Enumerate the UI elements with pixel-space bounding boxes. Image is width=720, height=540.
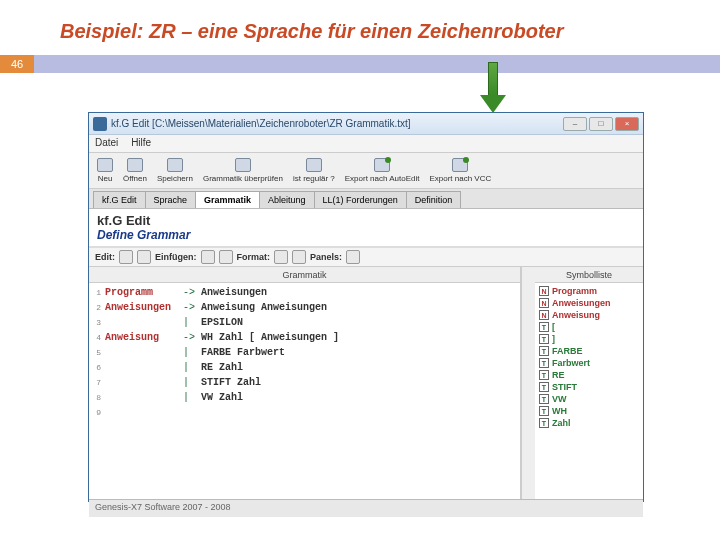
grammar-line[interactable]: 3 | EPSILON: [91, 315, 518, 330]
insert2-icon[interactable]: [219, 250, 233, 264]
tab-sprache[interactable]: Sprache: [145, 191, 197, 208]
symbol-list[interactable]: NProgrammNAnweisungenNAnweisungT[T]TFARB…: [535, 283, 643, 499]
define-label: Define Grammar: [97, 228, 635, 242]
app-window: kf.G Edit [C:\Meissen\Materialien\Zeiche…: [88, 112, 644, 502]
tab-grammatik[interactable]: Grammatik: [195, 191, 260, 208]
tb-neu[interactable]: Neu: [93, 156, 117, 185]
panel-icon[interactable]: [346, 250, 360, 264]
undo-icon[interactable]: [119, 250, 133, 264]
menu-hilfe[interactable]: Hilfe: [131, 137, 151, 148]
insert-icon[interactable]: [201, 250, 215, 264]
export-icon: [374, 158, 390, 172]
maximize-button[interactable]: □: [589, 117, 613, 131]
page-number: 46: [0, 55, 34, 73]
check-icon: [235, 158, 251, 172]
grammar-editor[interactable]: 1Programm -> Anweisungen2Anweisungen -> …: [89, 283, 520, 499]
symbol-panel: Symbolliste NProgrammNAnweisungenNAnweis…: [535, 267, 643, 499]
symbol-item[interactable]: T]: [537, 333, 641, 345]
export-icon: [452, 158, 468, 172]
format2-icon[interactable]: [292, 250, 306, 264]
symbol-item[interactable]: NAnweisungen: [537, 297, 641, 309]
tab-row: kf.G Edit Sprache Grammatik Ableitung LL…: [89, 189, 643, 209]
symbol-item[interactable]: NAnweisung: [537, 309, 641, 321]
grammar-line[interactable]: 6 | RE Zahl: [91, 360, 518, 375]
tb-regular[interactable]: ist regulär ?: [289, 156, 339, 185]
question-icon: [306, 158, 322, 172]
format-label: Format:: [237, 252, 271, 262]
grammar-line[interactable]: 7 | STIFT Zahl: [91, 375, 518, 390]
minimize-button[interactable]: –: [563, 117, 587, 131]
grammar-line[interactable]: 8 | VW Zahl: [91, 390, 518, 405]
app-icon: [93, 117, 107, 131]
symbol-item[interactable]: TFarbwert: [537, 357, 641, 369]
slide-title: Beispiel: ZR – eine Sprache für einen Ze…: [0, 0, 720, 55]
tab-ableitung[interactable]: Ableitung: [259, 191, 315, 208]
symbol-item[interactable]: T[: [537, 321, 641, 333]
brand-label: kf.G Edit: [97, 213, 635, 228]
symbol-item[interactable]: TWH: [537, 405, 641, 417]
symbol-item[interactable]: TZahl: [537, 417, 641, 429]
close-button[interactable]: ×: [615, 117, 639, 131]
tb-oeffnen[interactable]: Öffnen: [119, 156, 151, 185]
symbol-item[interactable]: TVW: [537, 393, 641, 405]
panels-label: Panels:: [310, 252, 342, 262]
symbol-item[interactable]: NProgramm: [537, 285, 641, 297]
subheader: kf.G Edit Define Grammar: [89, 209, 643, 247]
grammar-line[interactable]: 9: [91, 405, 518, 420]
menu-datei[interactable]: Datei: [95, 137, 118, 148]
workarea: Grammatik 1Programm -> Anweisungen2Anwei…: [89, 267, 643, 499]
callout-arrow: [480, 62, 506, 112]
grammar-line[interactable]: 4Anweisung -> WH Zahl [ Anweisungen ]: [91, 330, 518, 345]
page-bar: 46: [0, 55, 720, 73]
grammar-line[interactable]: 1Programm -> Anweisungen: [91, 285, 518, 300]
folder-icon: [127, 158, 143, 172]
symbol-item[interactable]: TFARBE: [537, 345, 641, 357]
edit-label: Edit:: [95, 252, 115, 262]
tab-definition[interactable]: Definition: [406, 191, 462, 208]
tab-ll1[interactable]: LL(1) Forderungen: [314, 191, 407, 208]
scrollbar-vertical[interactable]: [521, 267, 535, 499]
einfuegen-label: Einfügen:: [155, 252, 197, 262]
grammar-header: Grammatik: [89, 267, 520, 283]
disk-icon: [167, 158, 183, 172]
statusbar: Genesis-X7 Software 2007 - 2008: [89, 499, 643, 517]
edit-bar: Edit: Einfügen: Format: Panels:: [89, 247, 643, 267]
grammar-panel: Grammatik 1Programm -> Anweisungen2Anwei…: [89, 267, 521, 499]
tb-speichern[interactable]: Speichern: [153, 156, 197, 185]
tab-kfgedit[interactable]: kf.G Edit: [93, 191, 146, 208]
tb-export-vcc[interactable]: Export nach VCC: [425, 156, 495, 185]
file-icon: [97, 158, 113, 172]
grammar-line[interactable]: 2Anweisungen -> Anweisung Anweisungen: [91, 300, 518, 315]
menubar: Datei Hilfe: [89, 135, 643, 153]
grammar-line[interactable]: 5 | FARBE Farbwert: [91, 345, 518, 360]
symbol-item[interactable]: TRE: [537, 369, 641, 381]
window-title: kf.G Edit [C:\Meissen\Materialien\Zeiche…: [111, 118, 563, 129]
toolbar: Neu Öffnen Speichern Grammatik überprüfe…: [89, 153, 643, 189]
titlebar[interactable]: kf.G Edit [C:\Meissen\Materialien\Zeiche…: [89, 113, 643, 135]
symbol-item[interactable]: TSTIFT: [537, 381, 641, 393]
format-icon[interactable]: [274, 250, 288, 264]
redo-icon[interactable]: [137, 250, 151, 264]
tb-grammatik[interactable]: Grammatik überprüfen: [199, 156, 287, 185]
tb-export-auto[interactable]: Export nach AutoEdit: [341, 156, 424, 185]
symbol-header: Symbolliste: [535, 267, 643, 283]
